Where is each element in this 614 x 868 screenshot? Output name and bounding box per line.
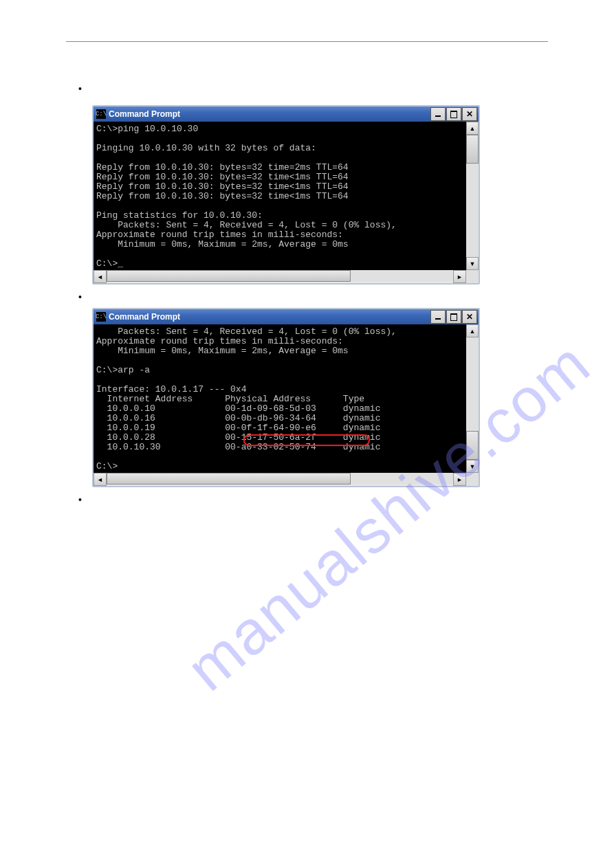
terminal-wrap-2: Packets: Sent = 4, Received = 4, Lost = … bbox=[94, 324, 479, 486]
titlebar-1[interactable]: C:\ Command Prompt ✕ bbox=[94, 107, 479, 122]
cmd-window-2: C:\ Command Prompt ✕ Packets: Sent = 4, … bbox=[92, 308, 480, 487]
minimize-button[interactable] bbox=[430, 107, 446, 121]
bullet-3: • bbox=[78, 494, 614, 505]
close-icon: ✕ bbox=[466, 313, 473, 321]
scroll-up-button[interactable]: ▲ bbox=[466, 122, 479, 135]
cmd-icon: C:\ bbox=[96, 109, 106, 119]
scroll-corner bbox=[466, 473, 479, 486]
cmd-window-1: C:\ Command Prompt ✕ C:\>ping 10.0.10.30… bbox=[92, 105, 480, 285]
horizontal-scrollbar[interactable]: ◄ ► bbox=[94, 473, 479, 486]
terminal-wrap-1: C:\>ping 10.0.10.30 Pinging 10.0.10.30 w… bbox=[94, 122, 479, 283]
scroll-left-button[interactable]: ◄ bbox=[94, 270, 107, 283]
red-highlight-circle bbox=[243, 434, 370, 446]
scroll-track-v[interactable] bbox=[466, 337, 479, 460]
bullet-1: • bbox=[78, 83, 614, 94]
bullet-2: • bbox=[78, 291, 614, 302]
top-rule bbox=[66, 41, 548, 42]
terminal-output-2: Packets: Sent = 4, Received = 4, Lost = … bbox=[96, 327, 461, 471]
scroll-track-h[interactable] bbox=[107, 473, 453, 485]
titlebar-2[interactable]: C:\ Command Prompt ✕ bbox=[94, 309, 479, 324]
scroll-thumb-h[interactable] bbox=[107, 270, 351, 282]
close-button[interactable]: ✕ bbox=[462, 107, 477, 121]
scroll-track-h[interactable] bbox=[107, 270, 453, 282]
scroll-left-button[interactable]: ◄ bbox=[94, 473, 107, 486]
scroll-thumb-v[interactable] bbox=[466, 135, 479, 164]
title-buttons-2: ✕ bbox=[430, 310, 477, 324]
window-title-1: Command Prompt bbox=[109, 109, 430, 119]
scroll-down-button[interactable]: ▼ bbox=[466, 257, 479, 270]
vertical-scrollbar[interactable]: ▲ ▼ bbox=[466, 324, 479, 473]
scroll-thumb-v[interactable] bbox=[466, 431, 479, 460]
document-page: • C:\ Command Prompt ✕ C:\>ping 10.0.10.… bbox=[0, 0, 614, 505]
horizontal-scrollbar[interactable]: ◄ ► bbox=[94, 270, 479, 283]
terminal-output-1: C:\>ping 10.0.10.30 Pinging 10.0.10.30 w… bbox=[96, 124, 461, 269]
scroll-right-button[interactable]: ► bbox=[453, 270, 466, 283]
close-button[interactable]: ✕ bbox=[462, 310, 477, 324]
minimize-button[interactable] bbox=[430, 310, 446, 324]
scroll-track-v[interactable] bbox=[466, 135, 479, 257]
scroll-corner bbox=[466, 270, 479, 283]
vertical-scrollbar[interactable]: ▲ ▼ bbox=[466, 122, 479, 270]
maximize-button[interactable] bbox=[446, 107, 461, 121]
close-icon: ✕ bbox=[466, 110, 473, 118]
title-buttons-1: ✕ bbox=[430, 107, 477, 121]
maximize-button[interactable] bbox=[446, 310, 461, 324]
scroll-thumb-h[interactable] bbox=[107, 473, 351, 485]
scroll-up-button[interactable]: ▲ bbox=[466, 324, 479, 337]
content-area: • C:\ Command Prompt ✕ C:\>ping 10.0.10.… bbox=[69, 83, 614, 505]
cmd-icon: C:\ bbox=[96, 312, 106, 322]
scroll-down-button[interactable]: ▼ bbox=[466, 460, 479, 473]
scroll-right-button[interactable]: ► bbox=[453, 473, 466, 486]
terminal-2[interactable]: Packets: Sent = 4, Received = 4, Lost = … bbox=[94, 324, 466, 473]
terminal-1[interactable]: C:\>ping 10.0.10.30 Pinging 10.0.10.30 w… bbox=[94, 122, 466, 270]
window-title-2: Command Prompt bbox=[109, 312, 430, 322]
